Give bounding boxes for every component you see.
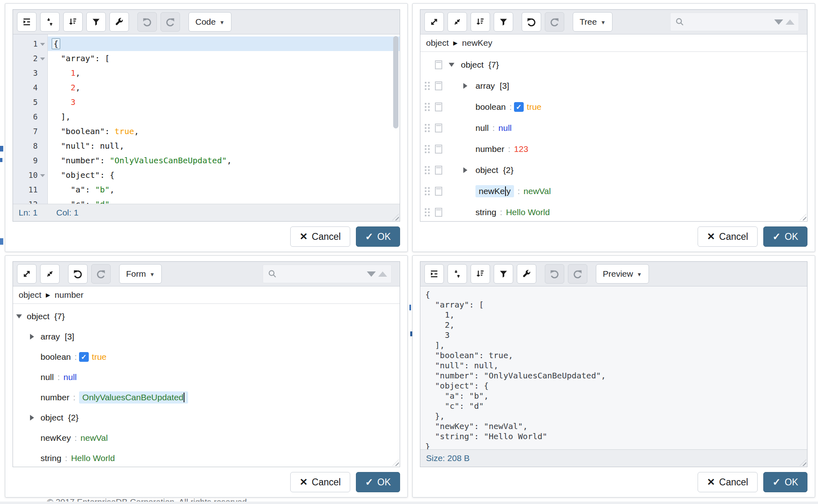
breadcrumb-leaf[interactable]: newKey <box>462 38 493 48</box>
redo-button[interactable] <box>568 264 587 284</box>
search-previous-icon[interactable] <box>378 271 387 277</box>
code-line[interactable]: 1, <box>48 66 400 80</box>
key-edit-field[interactable]: newKey <box>475 185 514 197</box>
node-key[interactable]: object <box>27 312 49 321</box>
search-previous-icon[interactable] <box>786 19 794 25</box>
repair-button[interactable] <box>109 12 129 32</box>
preview-content[interactable]: { "array": [ 1, 2, 3 ], "boolean": true,… <box>420 286 807 449</box>
fold-arrow-icon[interactable] <box>40 43 45 46</box>
cancel-button[interactable]: ✕ Cancel <box>698 472 758 492</box>
node-key[interactable]: string <box>41 453 61 463</box>
search-next-icon[interactable] <box>774 19 783 25</box>
value-edit-field[interactable]: OnlyValuesCanBeUpdated <box>79 391 188 404</box>
collapse-toggle-icon[interactable] <box>16 314 22 318</box>
mode-dropdown-tree[interactable]: Tree ▼ <box>573 12 612 32</box>
node-key[interactable]: object <box>41 413 63 423</box>
node-key[interactable]: number <box>475 144 504 154</box>
node-value[interactable]: true <box>92 352 107 362</box>
mode-dropdown-preview[interactable]: Preview ▼ <box>596 264 649 284</box>
node-key[interactable]: newKey <box>41 433 71 443</box>
drag-handle-icon[interactable] <box>424 145 430 154</box>
boolean-checkbox[interactable]: ✓ <box>514 102 524 112</box>
format-button[interactable] <box>424 264 444 284</box>
node-value[interactable]: 123 <box>514 144 528 154</box>
drag-handle-icon[interactable] <box>424 103 430 111</box>
node-value[interactable]: null <box>64 372 77 382</box>
node-key[interactable]: number <box>41 393 69 402</box>
node-key[interactable]: object <box>461 60 484 70</box>
cancel-button[interactable]: ✕ Cancel <box>290 472 350 492</box>
code-line[interactable]: 2, <box>48 80 400 95</box>
undo-button[interactable] <box>545 264 564 284</box>
expand-all-button[interactable] <box>424 12 444 32</box>
compact-button[interactable] <box>448 264 467 284</box>
expand-toggle-icon[interactable] <box>463 167 467 173</box>
collapse-all-button[interactable] <box>448 12 467 32</box>
actions-menu-button[interactable] <box>435 187 442 196</box>
expand-toggle-icon[interactable] <box>30 334 34 340</box>
actions-menu-button[interactable] <box>435 60 442 69</box>
mode-dropdown-form[interactable]: Form ▼ <box>119 264 162 284</box>
node-value[interactable]: Hello World <box>71 453 115 463</box>
actions-menu-button[interactable] <box>435 103 442 111</box>
actions-menu-button[interactable] <box>435 208 442 217</box>
filter-button[interactable] <box>494 264 513 284</box>
node-value[interactable]: Hello World <box>506 207 550 217</box>
node-value[interactable]: newVal <box>81 433 108 443</box>
code-line[interactable]: "array": [ <box>48 51 400 66</box>
drag-handle-icon[interactable] <box>424 187 430 196</box>
redo-button[interactable] <box>545 12 564 32</box>
undo-button[interactable] <box>137 12 157 32</box>
code-line[interactable]: { <box>48 36 400 51</box>
code-line[interactable]: "c": "d" <box>48 197 400 204</box>
ok-button[interactable]: ✓ OK <box>356 226 400 247</box>
breadcrumb-root[interactable]: object <box>19 290 41 300</box>
node-value[interactable]: null <box>499 123 512 133</box>
redo-button[interactable] <box>91 264 111 284</box>
breadcrumb-root[interactable]: object <box>426 38 449 48</box>
actions-menu-button[interactable] <box>435 145 442 154</box>
drag-handle-icon[interactable] <box>424 124 430 132</box>
drag-handle-icon[interactable] <box>424 208 430 217</box>
collapse-toggle-icon[interactable] <box>449 63 454 67</box>
node-value[interactable]: true <box>527 102 542 112</box>
cancel-button[interactable]: ✕ Cancel <box>290 226 350 247</box>
node-key[interactable]: null <box>475 123 489 133</box>
node-value[interactable]: newVal <box>524 186 551 196</box>
actions-menu-button[interactable] <box>435 166 442 175</box>
search-input[interactable] <box>685 17 774 27</box>
actions-menu-button[interactable] <box>435 124 442 132</box>
expand-toggle-icon[interactable] <box>30 415 34 421</box>
node-value[interactable]: OnlyValuesCanBeUpdated <box>82 393 183 402</box>
sort-button[interactable] <box>471 264 490 284</box>
breadcrumb-leaf[interactable]: number <box>55 290 84 300</box>
sort-button[interactable] <box>63 12 83 32</box>
filter-button[interactable] <box>86 12 106 32</box>
code-line[interactable]: "boolean": true, <box>48 124 400 139</box>
code-lines[interactable]: { "array": [ 1, 2, 3 ], "boolean": true,… <box>48 34 400 204</box>
node-key[interactable]: array <box>41 332 60 342</box>
drag-handle-icon[interactable] <box>424 81 430 90</box>
code-line[interactable]: "object": { <box>48 168 400 182</box>
compact-button[interactable] <box>40 12 60 32</box>
boolean-checkbox[interactable]: ✓ <box>79 352 89 362</box>
code-content[interactable]: 123456789101112 { "array": [ 1, 2, 3 ], … <box>13 34 400 204</box>
format-button[interactable] <box>17 12 36 32</box>
sort-button[interactable] <box>471 12 490 32</box>
code-line[interactable]: "null": null, <box>48 139 400 153</box>
ok-button[interactable]: ✓ OK <box>356 472 400 492</box>
node-key[interactable]: boolean <box>41 352 71 362</box>
node-key[interactable]: array <box>475 81 495 91</box>
code-line[interactable]: "a": "b", <box>48 182 400 197</box>
redo-button[interactable] <box>161 12 180 32</box>
fold-arrow-icon[interactable] <box>40 58 45 60</box>
search-next-icon[interactable] <box>367 271 376 277</box>
mode-dropdown-code[interactable]: Code ▼ <box>188 12 231 32</box>
expand-all-button[interactable] <box>17 264 36 284</box>
undo-button[interactable] <box>522 12 541 32</box>
filter-button[interactable] <box>494 12 513 32</box>
cancel-button[interactable]: ✕ Cancel <box>698 226 758 247</box>
vertical-scrollbar[interactable] <box>393 36 398 128</box>
code-line[interactable]: "number": "OnlyValuesCanBeUpdated", <box>48 153 400 168</box>
undo-button[interactable] <box>68 264 88 284</box>
